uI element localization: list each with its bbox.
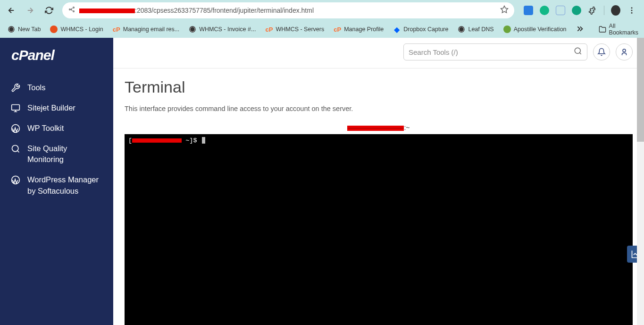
bookmark-label: Managing email res...: [123, 26, 180, 33]
bookmark-label: Apostille Verification: [514, 26, 567, 33]
svg-point-15: [460, 27, 464, 31]
scrollbar-thumb[interactable]: [637, 38, 644, 142]
globe-icon: [189, 26, 196, 33]
bookmark-label: Dropbox Capture: [403, 26, 448, 33]
browser-toolbar: :2083/cpsess2633757785/frontend/jupiter/…: [0, 0, 644, 21]
url-bar[interactable]: :2083/cpsess2633757785/frontend/jupiter/…: [62, 2, 514, 18]
bookmark-label: WHMCS - Servers: [276, 26, 324, 33]
bookmark-new-tab[interactable]: New Tab: [4, 24, 44, 35]
svg-marker-3: [501, 6, 508, 13]
vertical-scrollbar[interactable]: [637, 38, 644, 325]
reload-button[interactable]: [42, 3, 57, 18]
extension-icon-2[interactable]: [540, 6, 549, 15]
cp-icon: cP: [113, 26, 120, 33]
bookmark-label: WHMCS - Login: [60, 26, 103, 33]
url-redacted-portion: [79, 9, 135, 13]
svg-point-20: [575, 48, 580, 53]
profile-avatar[interactable]: [611, 6, 620, 15]
extension-icon-4[interactable]: [572, 6, 581, 15]
bookmark-label: WHMCS - Invoice #...: [199, 26, 256, 33]
page-description: This interface provides command line acc…: [125, 105, 633, 112]
search-icon[interactable]: [574, 47, 582, 57]
cp-icon: cP: [334, 26, 341, 33]
sidebar-item-wordpress-manager[interactable]: WordPress Manager by Softaculous: [0, 170, 113, 201]
user-menu-button[interactable]: [616, 43, 633, 60]
terminal-window[interactable]: [ ~]$: [125, 134, 633, 325]
sidebar-item-tools[interactable]: Tools: [0, 77, 113, 98]
toolbar-extensions: [520, 6, 640, 15]
cpanel-app: cPanel Tools Sitejet Builder WP Toolkit: [0, 38, 644, 325]
gear-icon: [50, 26, 58, 33]
sidebar-item-label: WP Toolkit: [27, 123, 64, 134]
sidebar-item-sitejet[interactable]: Sitejet Builder: [0, 98, 113, 118]
page-content: Terminal This interface provides command…: [113, 68, 644, 325]
back-button[interactable]: [4, 3, 19, 18]
bookmark-manage-profile[interactable]: cP Manage Profile: [330, 24, 387, 35]
svg-point-9: [9, 27, 13, 31]
toolbar-separator: [604, 6, 604, 15]
sidebar-item-label: Sitejet Builder: [27, 103, 75, 113]
all-bookmarks-button[interactable]: All Bookmarks: [595, 21, 643, 38]
url-text: :2083/cpsess2633757785/frontend/jupiter/…: [79, 7, 496, 14]
all-bookmarks-label: All Bookmarks: [609, 23, 639, 36]
sidebar: cPanel Tools Sitejet Builder WP Toolkit: [0, 38, 113, 325]
dropbox-icon: ◆: [393, 26, 401, 33]
cpanel-logo[interactable]: cPanel: [0, 47, 113, 77]
search-icon: [10, 144, 21, 154]
cp-icon: cP: [265, 26, 273, 33]
sitejet-icon: [10, 103, 21, 113]
search-box[interactable]: [403, 43, 587, 60]
globe-icon: [458, 26, 465, 33]
svg-point-1: [73, 7, 75, 9]
bookmark-label: Leaf DNS: [468, 26, 493, 33]
svg-point-12: [191, 27, 195, 31]
tools-icon: [10, 83, 21, 93]
sidebar-item-site-quality[interactable]: Site Quality Monitoring: [0, 138, 113, 170]
bookmark-label: New Tab: [18, 26, 41, 33]
bookmarks-bar: New Tab WHMCS - Login cP Managing email …: [0, 21, 644, 38]
svg-point-18: [12, 145, 18, 152]
sidebar-nav: Tools Sitejet Builder WP Toolkit Site Qu…: [0, 77, 113, 201]
wordpress-icon: [10, 175, 21, 185]
svg-point-21: [623, 49, 626, 52]
folder-icon: [599, 26, 606, 33]
extension-icon-3[interactable]: [556, 6, 565, 15]
svg-point-0: [69, 9, 71, 10]
sidebar-item-wp-toolkit[interactable]: WP Toolkit: [0, 118, 113, 138]
svg-point-5: [631, 10, 633, 11]
terminal-title-redacted: [347, 126, 404, 131]
bookmark-whmcs-servers[interactable]: cP WHMCS - Servers: [261, 24, 328, 35]
page-title: Terminal: [125, 78, 633, 96]
forward-button[interactable]: [23, 3, 38, 18]
svg-rect-16: [12, 105, 20, 111]
sidebar-item-label: WordPress Manager by Softaculous: [27, 174, 103, 196]
terminal-cursor: [202, 137, 205, 144]
browser-menu-icon[interactable]: [627, 6, 636, 15]
bookmark-label: Manage Profile: [344, 26, 384, 33]
bookmark-leaf-dns[interactable]: Leaf DNS: [454, 24, 497, 35]
notifications-button[interactable]: [593, 43, 610, 60]
sidebar-item-label: Site Quality Monitoring: [27, 143, 103, 165]
terminal-title: :~: [125, 124, 633, 131]
green-icon: [503, 26, 511, 33]
sidebar-item-label: Tools: [27, 82, 46, 93]
bookmark-whmcs-invoice[interactable]: WHMCS - Invoice #...: [185, 24, 259, 35]
wordpress-icon: [10, 123, 21, 134]
browser-chrome: :2083/cpsess2633757785/frontend/jupiter/…: [0, 0, 644, 38]
bookmarks-overflow[interactable]: [572, 23, 587, 36]
globe-icon: [8, 26, 15, 33]
extensions-puzzle-icon[interactable]: [588, 6, 597, 15]
extension-icon-1[interactable]: [524, 6, 533, 15]
site-settings-icon[interactable]: [68, 6, 75, 15]
bookmark-whmcs-login[interactable]: WHMCS - Login: [46, 24, 107, 35]
terminal-user-redacted: [132, 138, 182, 143]
svg-point-4: [631, 7, 633, 9]
bookmark-dropbox-capture[interactable]: ◆ Dropbox Capture: [389, 24, 452, 35]
bookmark-managing-email[interactable]: cP Managing email res...: [109, 24, 184, 35]
star-icon[interactable]: [500, 5, 509, 16]
svg-point-2: [73, 11, 75, 12]
search-input[interactable]: [409, 48, 574, 56]
svg-point-6: [631, 12, 633, 14]
terminal-prompt-line: [ ~]$: [128, 137, 629, 144]
bookmark-apostille[interactable]: Apostille Verification: [500, 24, 570, 35]
